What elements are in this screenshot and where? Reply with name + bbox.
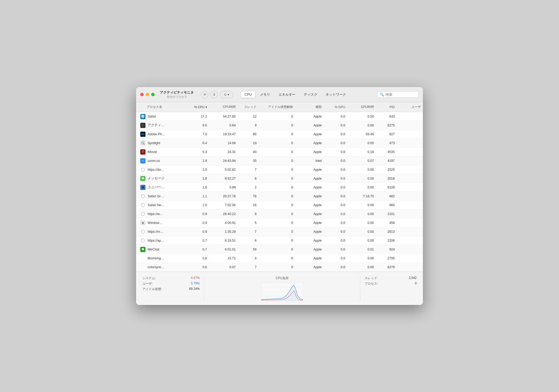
td-cpu-pct: 1.0 (183, 202, 209, 208)
table-row[interactable]: colorsync… 0.6 0.07 7 0 Apple 0.0 0.00 6… (136, 263, 423, 272)
td-threads: 35 (238, 158, 259, 164)
app-icon: 💬 (140, 247, 145, 252)
td-pid: 6109 (376, 185, 397, 190)
td-kind: Apple (295, 255, 324, 261)
th-idle-wakeups[interactable]: アイドル状態解除 (259, 104, 295, 110)
td-cpu-pct: 0.7 (183, 247, 209, 252)
table-row[interactable]: Ps Adobe Ph… 7.0 19:19.47 86 0 Apple 0.0… (136, 130, 423, 139)
table-row[interactable]: BiomeAg… 0.6 15.71 4 0 Apple 0.0 0.00 27… (136, 254, 423, 263)
chart-title: CPU負荷 (276, 276, 288, 280)
th-kind[interactable]: 種類 (295, 104, 324, 110)
search-box[interactable]: 🔍 (377, 91, 419, 98)
tab-disk[interactable]: ディスク (300, 91, 321, 99)
td-pid: 4197 (376, 158, 397, 164)
th-gpu-pct[interactable]: % GPU (324, 104, 347, 110)
action-button[interactable]: ⊙ ▾ (220, 91, 233, 98)
td-gpu-time: 0.00 (347, 185, 376, 190)
search-input[interactable] (386, 93, 416, 96)
fullscreen-button[interactable] (151, 93, 155, 96)
table-row[interactable]: 🎬 iMovie 5.3 24.31 40 0 Apple 0.0 0.18 4… (136, 148, 423, 156)
close-process-button[interactable]: ✕ (201, 91, 208, 98)
td-gpu-time: 0.00 (347, 123, 376, 128)
table-row[interactable]: ▦ Window… 0.9 4:00.91 5 0 Apple 0.0 0.00… (136, 218, 423, 227)
th-cpu-time[interactable]: CPU時間 (209, 104, 238, 110)
app-icon: 💬 (140, 176, 145, 181)
td-threads: 86 (238, 131, 259, 137)
td-gpu-pct: 0.0 (324, 202, 347, 208)
td-cpu-time: 6:01.01 (209, 247, 238, 252)
tab-energy[interactable]: エネルギー (275, 91, 299, 99)
app-icon (140, 203, 145, 208)
td-gpu-pct: 0.0 (324, 220, 347, 226)
td-kind: Apple (295, 123, 324, 128)
th-threads[interactable]: スレッド (238, 104, 259, 110)
td-gpu-time: 0.01 (347, 247, 376, 252)
td-idle-wakeups: 0 (259, 220, 295, 226)
td-idle-wakeups: 0 (259, 140, 295, 146)
td-cpu-time: 24.31 (209, 149, 238, 155)
table-row[interactable]: Safari Gr… 1.1 20:37.78 76 0 Apple 0.0 7… (136, 192, 423, 201)
table-row[interactable]: Safari Ne… 1.0 7:02.06 16 0 Apple 0.0 0.… (136, 201, 423, 210)
minimize-button[interactable] (146, 93, 149, 96)
table-row[interactable]: Z zoom.us 2.9 24:43.94 35 0 Intel 0.0 0.… (136, 156, 423, 165)
td-kind: Apple (295, 193, 324, 199)
td-threads: 4 (238, 255, 259, 261)
table-row[interactable]: https://w… 0.9 26:40.22 8 0 Apple 0.0 0.… (136, 210, 423, 218)
th-gpu-time[interactable]: GPU時間 (347, 104, 376, 110)
table-row[interactable]: https://do… 2.0 5:02.82 7 0 Apple 0.0 0.… (136, 165, 423, 174)
td-cpu-pct: 0.6 (183, 264, 209, 270)
td-idle-wakeups: 0 (259, 247, 295, 252)
td-pid: 633 (376, 114, 397, 119)
threads-stat-row: スレッド: 2,542 (364, 276, 417, 280)
td-name: https://w… (136, 210, 183, 218)
th-name[interactable]: プロセス名 (136, 104, 183, 110)
table-row[interactable]: https://m… 0.9 1:35.29 7 0 Apple 0.0 0.0… (136, 227, 423, 236)
table-row[interactable]: 💬 メッセージ 1.8 8:52.27 6 0 Apple 0.0 0.00 2… (136, 174, 423, 183)
tab-memory[interactable]: メモリ (256, 91, 274, 99)
td-name: Z zoom.us (136, 157, 183, 164)
td-idle-wakeups: 0 (259, 149, 295, 155)
td-cpu-time: 26:40.22 (209, 211, 238, 217)
td-cpu-time: 14.08 (209, 140, 238, 146)
td-kind: Apple (295, 247, 324, 252)
tab-network[interactable]: ネットワーク (322, 91, 350, 99)
td-gpu-pct: 0.0 (324, 229, 347, 235)
process-name: Safari (148, 115, 156, 118)
td-threads: 16 (238, 202, 259, 208)
cpu-chart-section: CPU負荷 (204, 276, 360, 301)
action-icon: ⊙ (224, 93, 227, 96)
td-gpu-pct: 0.0 (324, 114, 347, 119)
table-row[interactable]: https://ap… 0.7 6:19.51 6 0 Apple 0.0 0.… (136, 236, 423, 245)
process-name: https://m… (148, 230, 163, 234)
td-gpu-time: 0.07 (347, 158, 376, 164)
tab-cpu[interactable]: CPU (241, 91, 256, 98)
td-gpu-pct: 0.0 (324, 185, 347, 190)
td-cpu-pct: 6.4 (183, 140, 209, 146)
td-pid: 2813 (376, 229, 397, 235)
table-row[interactable]: ⬛ アクティ… 9.0 0.64 9 0 Apple 0.0 0.00 6275 (136, 121, 423, 130)
td-threads: 5 (238, 220, 259, 226)
td-name: ⬛ ユニバー… (136, 184, 183, 191)
window-title: アクティビティモニタ 自分のプロセス (160, 90, 194, 99)
td-cpu-time: 1:35.29 (209, 229, 238, 235)
table-row[interactable]: 🔍 Spotlight 6.4 14.08 19 0 Apple 0.0 0.0… (136, 139, 423, 148)
td-pid: 682 (376, 193, 397, 199)
th-pid[interactable]: PID (376, 104, 397, 110)
app-icon (140, 194, 145, 199)
td-user (397, 266, 423, 268)
td-cpu-time: 20:37.78 (209, 193, 238, 199)
td-pid: 2206 (376, 238, 397, 243)
td-pid: 660 (376, 202, 397, 208)
td-threads: 2 (238, 185, 259, 190)
table-row[interactable]: 🧭 Safari 17.2 54:27.85 12 0 Apple 0.0 0.… (136, 112, 423, 121)
table-row[interactable]: ⬛ ユニバー… 1.6 5.99 2 0 Apple 0.0 0.00 6109 (136, 183, 423, 192)
th-user[interactable]: ユーザ (397, 104, 423, 110)
td-pid: 2795 (376, 255, 397, 261)
td-cpu-time: 24:43.94 (209, 158, 238, 164)
th-cpu-pct[interactable]: % CPU ▾ (183, 104, 209, 110)
td-gpu-time: 59.45 (347, 131, 376, 137)
close-button[interactable] (140, 93, 144, 96)
td-cpu-time: 8:52.27 (209, 176, 238, 181)
info-button[interactable]: ℹ (210, 91, 218, 98)
table-row[interactable]: 💬 WeChat 0.7 6:01.01 56 0 Apple 0.0 0.01… (136, 245, 423, 254)
